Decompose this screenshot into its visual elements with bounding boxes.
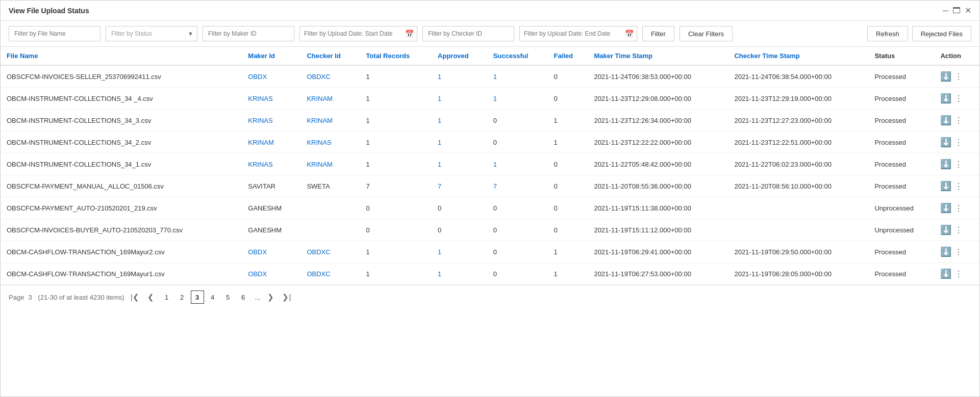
download-button[interactable]: ⬇️ [940,202,951,214]
more-options-button[interactable]: ⋮ [954,72,963,82]
filter-checker-id-input[interactable] [422,26,514,41]
download-button[interactable]: ⬇️ [940,137,951,148]
cell-status: Processed [868,241,934,263]
toolbar: Filter by Status ▼ 📅 📅 Filter Clear Filt… [1,21,979,47]
refresh-button[interactable]: Refresh [867,26,908,41]
download-button[interactable]: ⬇️ [940,246,951,257]
cell-action: ⬇️ ⋮ [934,175,979,197]
cell-approved: 0 [432,219,487,241]
more-options-button[interactable]: ⋮ [954,225,963,235]
more-options-button[interactable]: ⋮ [954,203,963,213]
cell-maker-id[interactable]: OBDX [242,65,300,88]
last-page-button[interactable]: ❯| [280,292,293,303]
more-options-button[interactable]: ⋮ [954,269,963,279]
page-button-1[interactable]: 1 [160,290,173,304]
cell-approved[interactable]: 1 [432,263,487,285]
cell-approved[interactable]: 1 [432,241,487,263]
cell-checker-id[interactable]: KRINAM [300,110,360,131]
cell-successful: 0 [487,241,548,263]
page-button-6[interactable]: 6 [237,290,250,304]
next-page-button[interactable]: ❯ [265,292,276,303]
more-options-button[interactable]: ⋮ [954,116,963,125]
cell-checker-id[interactable]: OBDXC [300,263,360,285]
cell-maker-id[interactable]: OBDX [242,241,300,263]
filter-button[interactable]: Filter [642,26,674,41]
page-button-3[interactable]: 3 [191,290,204,304]
filter-maker-id-input[interactable] [203,26,294,41]
more-options-button[interactable]: ⋮ [954,94,963,103]
cell-approved[interactable]: 1 [432,88,487,110]
restore-button[interactable]: 🗖 [952,6,961,15]
cell-approved: 0 [432,197,487,219]
more-options-button[interactable]: ⋮ [954,247,963,257]
cell-approved[interactable]: 1 [432,153,487,175]
first-page-button[interactable]: |❮ [129,292,141,303]
cell-approved[interactable]: 1 [432,131,487,153]
rejected-files-button[interactable]: Rejected Files [912,26,971,41]
table-row: OBSCFCM-INVOICES-BUYER_AUTO-210520203_77… [1,219,979,241]
cell-total-records: 1 [360,263,432,285]
more-options-button[interactable]: ⋮ [954,181,963,191]
cell-maker-id[interactable]: KRINAS [242,110,300,131]
cell-approved[interactable]: 1 [432,65,487,88]
cell-approved[interactable]: 1 [432,110,487,131]
more-options-button[interactable]: ⋮ [954,160,963,169]
download-button[interactable]: ⬇️ [940,93,951,104]
download-button[interactable]: ⬇️ [940,224,951,235]
more-options-button[interactable]: ⋮ [954,138,963,147]
action-buttons: ⬇️ ⋮ [940,180,973,192]
filter-end-date-input[interactable] [520,28,622,40]
cell-checker-id[interactable]: KRINAS [300,131,360,153]
minimize-button[interactable]: ─ [943,6,948,15]
cell-checker-ts: 2021-11-22T06:02:23.000+00:00 [728,153,868,175]
cell-maker-ts: 2021-11-23T12:29:08.000+00:00 [588,88,728,110]
cell-successful[interactable]: 1 [487,153,548,175]
cell-file-name: OBSCFCM-PAYMENT_MANUAL_ALLOC_01506.csv [1,175,242,197]
page-button-5[interactable]: 5 [221,290,235,304]
cell-file-name: OBCM-INSTRUMENT-COLLECTIONS_34_2.csv [1,131,242,153]
table-row: OBSCFCM-PAYMENT_MANUAL_ALLOC_01506.csvSA… [1,175,979,197]
page-button-2[interactable]: 2 [175,290,189,304]
download-button[interactable]: ⬇️ [940,115,951,126]
cell-checker-ts: 2021-11-23T12:22:51.000+00:00 [728,131,868,153]
cell-checker-ts: 2021-11-19T06:29:50.000+00:00 [728,241,868,263]
download-button[interactable]: ⬇️ [940,158,951,170]
download-button[interactable]: ⬇️ [940,71,951,82]
cell-successful[interactable]: 7 [487,175,548,197]
col-status: Status [868,47,934,65]
cell-action: ⬇️ ⋮ [934,153,979,175]
download-button[interactable]: ⬇️ [940,268,951,279]
page-button-4[interactable]: 4 [206,290,219,304]
cell-status: Processed [868,153,934,175]
cell-failed: 0 [547,88,588,110]
close-button[interactable]: ✕ [965,6,971,15]
cell-successful[interactable]: 1 [487,88,548,110]
cell-maker-ts: 2021-11-24T06:38:53.000+00:00 [588,65,728,88]
cell-checker-id[interactable]: KRINAM [300,88,360,110]
cell-checker-ts: 2021-11-23T12:29:19.000+00:00 [728,88,868,110]
cell-status: Processed [868,88,934,110]
cell-total-records: 1 [360,131,432,153]
action-buttons: ⬇️ ⋮ [940,115,973,126]
prev-page-button[interactable]: ❮ [145,292,156,303]
cell-total-records: 0 [360,197,432,219]
table-row: OBCM-INSTRUMENT-COLLECTIONS_34 _4.csvKRI… [1,88,979,110]
filter-start-date-input[interactable] [300,28,402,40]
cell-checker-id[interactable]: KRINAM [300,153,360,175]
cell-successful[interactable]: 1 [487,65,548,88]
cell-approved[interactable]: 7 [432,175,487,197]
table-row: OBCM-CASHFLOW-TRANSACTION_169Mayur2.csvO… [1,241,979,263]
cell-maker-id[interactable]: KRINAS [242,153,300,175]
filter-file-name-input[interactable] [9,26,100,41]
cell-checker-id[interactable]: OBDXC [300,241,360,263]
cell-maker-id[interactable]: KRINAM [242,131,300,153]
cell-checker-id [300,197,360,219]
cell-maker-id[interactable]: OBDX [242,263,300,285]
cell-maker-id[interactable]: KRINAS [242,88,300,110]
cell-checker-ts: 2021-11-24T06:38:54.000+00:00 [728,65,868,88]
filter-status-select[interactable]: Filter by Status [106,26,197,41]
cell-checker-id[interactable]: OBDXC [300,65,360,88]
download-button[interactable]: ⬇️ [940,180,951,192]
clear-filters-button[interactable]: Clear Filters [680,26,733,41]
cell-maker-id: GANESHM [242,197,300,219]
